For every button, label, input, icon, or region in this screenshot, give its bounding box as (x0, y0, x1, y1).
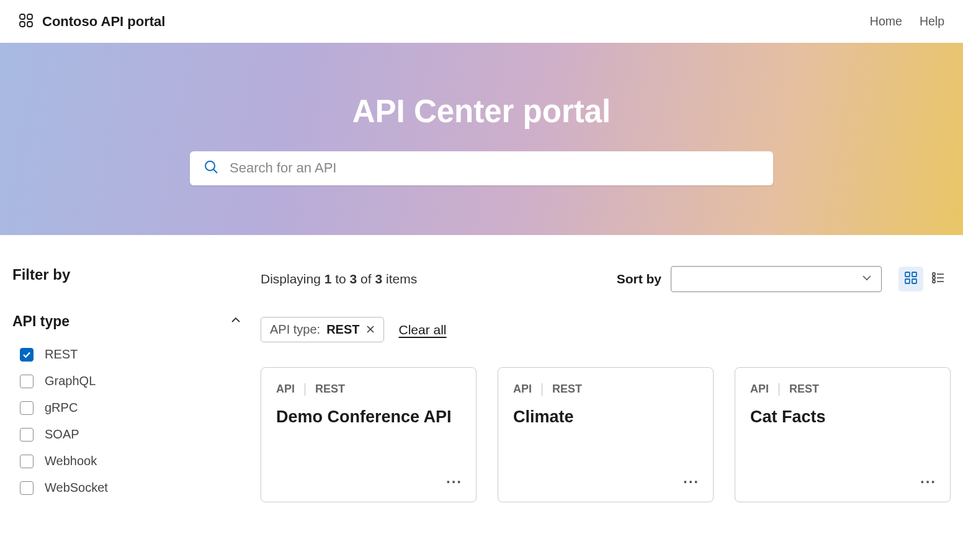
svg-rect-8 (905, 279, 910, 283)
filter-option-soap[interactable]: SOAP (20, 427, 242, 442)
card-title: Climate (513, 407, 698, 428)
card-tag-type: REST (789, 383, 819, 396)
card-more-button[interactable]: ··· (683, 473, 699, 491)
card-tag-api: API (513, 383, 532, 396)
filter-sidebar: Filter by API type REST GraphQL (12, 266, 242, 502)
divider (542, 383, 542, 396)
search-box[interactable] (190, 151, 773, 185)
card-tag-api: API (750, 383, 769, 396)
list-view-button[interactable] (926, 267, 951, 291)
svg-rect-10 (933, 273, 935, 275)
logo-icon (19, 13, 34, 30)
checkbox-icon (20, 455, 34, 468)
card-more-button[interactable]: ··· (446, 473, 462, 491)
filter-label: gRPC (45, 401, 78, 415)
top-nav: Contoso API portal Home Help (0, 0, 963, 43)
checkbox-icon (20, 401, 34, 415)
card-title: Demo Conference API (276, 407, 461, 428)
svg-rect-7 (912, 272, 916, 277)
filter-label: WebSocket (45, 481, 108, 495)
checkbox-checked-icon (20, 348, 34, 362)
svg-rect-2 (20, 22, 25, 27)
results-count: Displaying 1 to 3 of 3 items (261, 272, 417, 287)
svg-point-4 (205, 161, 215, 171)
sort-label: Sort by (617, 272, 661, 287)
filter-option-websocket[interactable]: WebSocket (20, 481, 242, 495)
filter-label: GraphQL (45, 374, 96, 388)
svg-rect-3 (27, 22, 32, 27)
results-from: 1 (325, 272, 332, 286)
search-icon (204, 159, 218, 177)
filter-label: SOAP (45, 427, 79, 442)
results-bar: Displaying 1 to 3 of 3 items Sort by (261, 266, 951, 292)
card-tags: API REST (513, 383, 698, 396)
filter-option-rest[interactable]: REST (20, 347, 242, 362)
card-title: Cat Facts (750, 407, 935, 428)
filter-options: REST GraphQL gRPC SOAP Webhook WebSocket (12, 347, 242, 495)
checkbox-icon (20, 481, 34, 495)
divider (305, 383, 305, 396)
clear-all-link[interactable]: Clear all (399, 322, 447, 337)
results-suffix: items (382, 272, 417, 286)
card-more-button[interactable]: ··· (920, 473, 936, 491)
hero-title: API Center portal (352, 93, 611, 130)
api-card[interactable]: API REST Demo Conference API ··· (261, 367, 477, 502)
nav-link-home[interactable]: Home (870, 14, 902, 29)
checkbox-icon (20, 428, 34, 442)
content-area: Filter by API type REST GraphQL (0, 235, 963, 502)
api-card[interactable]: API REST Climate ··· (498, 367, 714, 502)
card-tag-type: REST (552, 383, 582, 396)
results-mid1: to (331, 272, 349, 286)
chevron-up-icon (230, 314, 242, 329)
filter-option-graphql[interactable]: GraphQL (20, 374, 242, 388)
svg-rect-6 (905, 272, 910, 277)
card-tag-api: API (276, 383, 295, 396)
svg-line-5 (213, 169, 217, 173)
brand-title: Contoso API portal (42, 14, 165, 30)
checkbox-icon (20, 375, 34, 388)
results-prefix: Displaying (261, 272, 325, 286)
close-icon[interactable] (366, 322, 375, 337)
chip-value: REST (326, 322, 359, 337)
filter-heading: Filter by (12, 266, 242, 283)
brand: Contoso API portal (19, 13, 165, 30)
svg-rect-14 (933, 280, 935, 283)
api-card[interactable]: API REST Cat Facts ··· (735, 367, 951, 502)
hero-banner: API Center portal (0, 43, 963, 235)
filter-chip[interactable]: API type: REST (261, 317, 384, 342)
svg-rect-12 (933, 277, 935, 279)
grid-icon (904, 271, 918, 287)
main-column: Displaying 1 to 3 of 3 items Sort by (261, 266, 951, 502)
list-icon (931, 271, 945, 287)
divider (779, 383, 779, 396)
results-to: 3 (350, 272, 357, 286)
svg-rect-1 (27, 14, 32, 19)
search-input[interactable] (230, 160, 759, 176)
sort-select[interactable] (671, 266, 882, 292)
filter-label: REST (45, 347, 78, 362)
card-tags: API REST (750, 383, 935, 396)
sort-group: Sort by (617, 266, 951, 292)
view-toggles (898, 267, 951, 291)
results-mid2: of (357, 272, 375, 286)
results-total: 3 (375, 272, 382, 286)
filter-chips-row: API type: REST Clear all (261, 317, 951, 342)
nav-links: Home Help (870, 14, 944, 29)
filter-group-title: API type (12, 313, 69, 330)
filter-label: Webhook (45, 454, 97, 468)
chevron-down-icon (861, 272, 872, 286)
svg-rect-9 (912, 279, 916, 283)
chip-key: API type: (270, 322, 320, 337)
nav-link-help[interactable]: Help (920, 14, 944, 29)
filter-option-webhook[interactable]: Webhook (20, 454, 242, 468)
svg-rect-0 (20, 14, 25, 19)
filter-option-grpc[interactable]: gRPC (20, 401, 242, 415)
card-tag-type: REST (315, 383, 345, 396)
grid-view-button[interactable] (898, 267, 923, 291)
filter-group-toggle[interactable]: API type (12, 313, 242, 330)
card-tags: API REST (276, 383, 461, 396)
api-cards-grid: API REST Demo Conference API ··· API RES… (261, 367, 951, 502)
